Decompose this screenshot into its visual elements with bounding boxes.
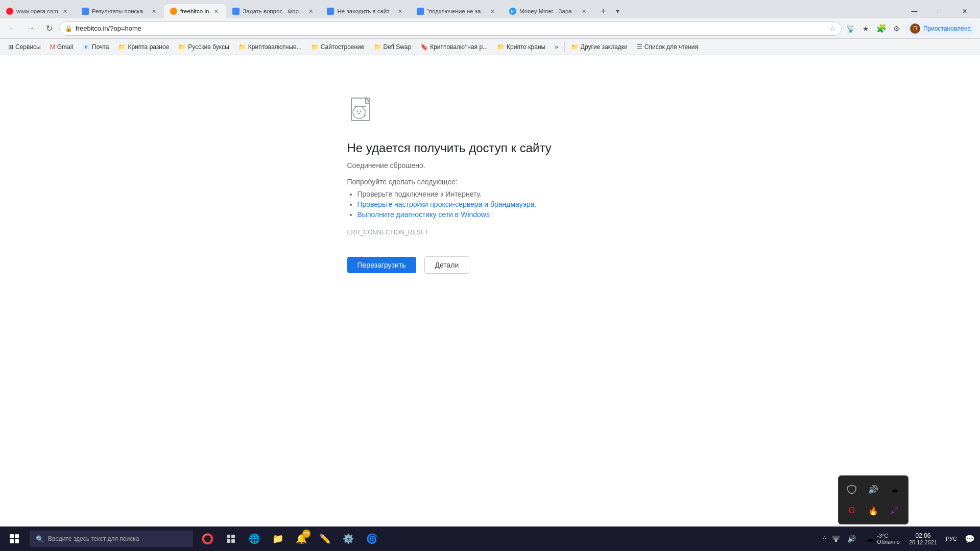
settings-button[interactable]: ⚙ [890,21,904,36]
favorites-button[interactable]: ★ [859,21,873,36]
tab-freebitco[interactable]: freebitco.in ✕ [164,4,226,18]
reload-button[interactable]: ↻ [41,20,57,37]
nav-actions: 📡 ★ 🧩 ⚙ П Приостановлена [844,21,976,36]
tray-shield-icon[interactable] [843,480,861,498]
bookmark-gmail[interactable]: M Gmail [46,41,77,53]
proxy-link[interactable]: Проверьте настройки прокси-сервера и бра… [357,200,537,208]
reload-page-button[interactable]: Перезагрузить [347,257,416,273]
tab-moneyminer[interactable]: M Money Miner - Зара... ✕ [503,4,594,18]
bookmark-russian-bux[interactable]: 📁 Русские буксы [174,41,233,53]
weather-temp: -3°C [877,533,900,539]
tray-opera-icon[interactable]: O [843,501,861,520]
diagnostics-link[interactable]: Выполните диагностику сети в Windows [357,210,490,219]
tray-volume-icon[interactable]: 🔊 [844,526,858,551]
close-button[interactable]: ✕ [953,4,976,18]
error-subtitle: Соединение сброшено. [347,161,425,170]
forward-button[interactable]: → [22,20,39,37]
tab-search[interactable]: Результаты поиска - ✕ [76,4,164,18]
svg-rect-11 [15,534,19,538]
profile-button[interactable]: П Приостановлена [905,21,976,36]
tray-pen-icon[interactable]: 🖊 [886,501,904,520]
extensions-button[interactable]: 🧩 [874,21,889,36]
tab-overflow-button[interactable]: ▼ [610,4,625,18]
start-button[interactable] [2,526,27,551]
bookmark-separator [564,42,565,52]
gmail-icon: M [50,43,55,51]
services-icon: ⊞ [8,43,13,51]
action-center-button[interactable]: 💬 [962,526,978,551]
tray-expand-button[interactable]: ^ [821,535,828,542]
bookmark-crypto-misc[interactable]: 📁 Крипта разное [114,41,173,53]
tray-network-icon[interactable] [829,526,843,551]
bookmark-defiswap[interactable]: 📁 Defi Swap [370,41,416,53]
title-bar: www.opera.com ✕ Результаты поиска - ✕ fr… [0,0,980,18]
minimize-button[interactable]: — [903,4,926,18]
bookmark-crypto-faucets[interactable]: 📁 Крипто краны [493,41,549,53]
bookmark-mail[interactable]: 📧 Почта [78,41,113,53]
taskbar-clock[interactable]: 02:06 20.12.2021 [905,532,941,545]
settings-taskbar-button[interactable]: ⚙️ [337,526,360,551]
tray-audio-icon[interactable]: 🔊 [864,480,882,498]
svg-rect-15 [231,535,235,538]
cast-button[interactable]: 📡 [844,21,858,36]
tab-forum[interactable]: Задать вопрос - Фор... ✕ [226,4,321,18]
back-button[interactable]: ← [4,20,20,37]
tab-search-close[interactable]: ✕ [150,7,158,15]
new-tab-button[interactable]: + [596,4,610,18]
bookmark-star[interactable]: ☆ [829,25,836,33]
error-list: Проверьте подключение к Интернету. Прове… [347,190,537,221]
error-container: Не удается получить доступ к сайту Соеди… [337,96,643,274]
bookmark-crypto-market[interactable]: 🔖 Криптовалютная р... [416,41,492,53]
bookmark-other[interactable]: 📁 Другие закладки [567,41,632,53]
taskbar-search[interactable]: 🔍 Введите здесь текст для поиска [30,531,193,547]
bookmark-other-label: Другие закладки [581,43,628,51]
explorer-button[interactable]: 📁 [267,526,289,551]
weather-desc: Облачно [877,539,900,545]
google-favicon-2 [82,8,89,15]
tab-opera-label: www.opera.com [16,8,58,14]
edge-taskbar-button[interactable]: 🌐 [243,526,266,551]
tab-opera[interactable]: www.opera.com ✕ [0,4,76,18]
taskbar: 🔍 Введите здесь текст для поиска ⭕ 🌐 [0,526,980,551]
tab-opera-close[interactable]: ✕ [61,7,69,15]
tab-forum-close[interactable]: ✕ [306,7,315,15]
google-favicon-4 [232,8,240,15]
tab-nosite[interactable]: Не заходить в сайт - ✕ [321,4,410,18]
tab-connection-close[interactable]: ✕ [489,7,497,15]
suggestion-2[interactable]: Проверьте настройки прокси-сервера и бра… [357,200,537,208]
details-button[interactable]: Детали [424,256,470,274]
tab-search-label: Результаты поиска - [92,8,147,14]
bookmark-russian-bux-label: Русские буксы [188,43,229,51]
weather-widget[interactable]: ☁ -3°C Облачно [862,533,904,545]
tab-nosite-close[interactable]: ✕ [396,7,404,15]
suggestion-3[interactable]: Выполните диагностику сети в Windows [357,210,537,219]
tab-freebitco-close[interactable]: ✕ [212,7,220,15]
tab-connection[interactable]: "подключение не за... ✕ [411,4,503,18]
notification-app-button[interactable]: 🔔 17 [290,526,313,551]
error-buttons: Перезагрузить Детали [347,256,470,274]
svg-rect-18 [835,540,837,542]
bookmark-reading-list[interactable]: ☰ Список для чтения [633,41,702,53]
task-view-button[interactable] [220,526,242,551]
bookmark-sitebuilding[interactable]: 📁 Сайтостроение [307,41,369,53]
nav-bar: ← → ↻ 🔒 freebitco.in/?op=home ☆ 📡 ★ 🧩 ⚙ … [0,18,980,39]
bookmark-services[interactable]: ⊞ Сервисы [4,41,45,53]
tray-weather-icon[interactable]: ☁ [886,480,904,498]
bookmark-crypto-misc-label: Крипта разное [128,43,169,51]
suggestion-1: Проверьте подключение к Интернету. [357,190,537,198]
moneyminer-favicon: M [509,8,516,15]
chrome-taskbar-button[interactable]: 🌀 [361,526,383,551]
address-bar[interactable]: 🔒 freebitco.in/?op=home ☆ [59,21,842,36]
bookmark-more-button[interactable]: » [551,41,562,53]
tab-moneyminer-close[interactable]: ✕ [580,7,588,15]
bookmark-crypto-faucets-label: Крипто краны [507,43,545,51]
folder-icon-2: 📁 [178,43,186,51]
tray-flame-icon[interactable]: 🔥 [864,501,882,520]
folder-icon-3: 📁 [238,43,246,51]
pen-app-button[interactable]: ✏️ [314,526,336,551]
maximize-button[interactable]: □ [928,4,951,18]
language-indicator[interactable]: РУС [942,526,961,551]
cortana-button[interactable]: ⭕ [196,526,219,551]
search-icon: 🔍 [36,535,44,543]
bookmark-crypto-curr[interactable]: 📁 Криптовалютные... [234,41,306,53]
